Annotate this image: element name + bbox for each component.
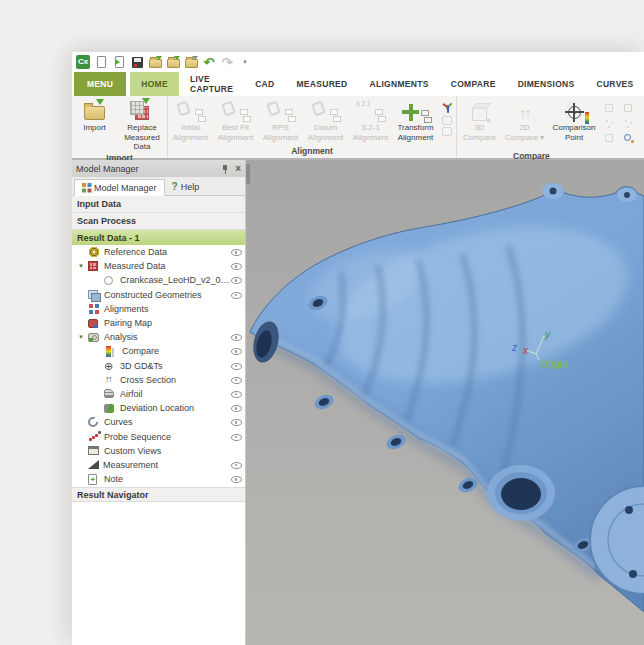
tab-curves[interactable]: CURVES xyxy=(585,72,644,96)
custom-views-icon xyxy=(88,446,99,455)
visibility-eye-icon[interactable] xyxy=(231,289,242,300)
tree-item-analysis[interactable]: ▼ Analysis xyxy=(72,330,245,344)
tab-menu[interactable]: MENU xyxy=(74,72,126,96)
tree-label: Measurement xyxy=(103,460,231,470)
lbl: Initial xyxy=(181,123,200,133)
transform-move-icon xyxy=(393,99,438,123)
visibility-eye-icon[interactable] xyxy=(231,417,242,428)
compare-mini-1[interactable] xyxy=(603,102,621,116)
tree-item-custom-views[interactable]: Custom Views xyxy=(72,444,245,458)
redo-icon: ↷ xyxy=(222,56,233,69)
alignment-mini-button-3[interactable] xyxy=(442,127,452,136)
replace-measured-data-button[interactable]: Replace Measured Data xyxy=(117,98,167,152)
tree-label: Cross Section xyxy=(120,375,231,385)
lbl: 2D xyxy=(519,123,529,133)
tree-item-cross-section[interactable]: Cross Section xyxy=(72,373,245,387)
lbl: Compare ▾ xyxy=(505,133,544,143)
tree-label: Note xyxy=(104,474,231,484)
coordinate-axes-mini-button[interactable] xyxy=(441,101,454,114)
visibility-eye-icon[interactable] xyxy=(231,459,242,470)
tree-item-deviation-location[interactable]: Deviation Location xyxy=(72,401,245,415)
visibility-eye-icon[interactable] xyxy=(231,332,242,343)
initial-alignment-icon xyxy=(168,99,213,123)
compare-mini-2[interactable] xyxy=(622,102,640,116)
321-alignment-button[interactable]: 3 2 1 3-2-1 Alignment xyxy=(348,98,393,145)
undo-button[interactable]: ↶ xyxy=(202,55,216,69)
export-folder-button[interactable] xyxy=(166,55,180,69)
initial-alignment-button[interactable]: Initial Alignment xyxy=(168,98,213,145)
tree-item-probe-sequence[interactable]: Probe Sequence xyxy=(72,429,245,443)
tree-item-reference-data[interactable]: Reference Data xyxy=(72,245,245,259)
tab-cad[interactable]: CAD xyxy=(244,72,285,96)
tree-item-compare[interactable]: Compare xyxy=(72,344,245,358)
tree-item-curves[interactable]: Curves xyxy=(72,415,245,429)
visibility-eye-icon[interactable] xyxy=(231,247,242,258)
open-folder-button[interactable] xyxy=(148,55,162,69)
tree-item-crankcase-mesh[interactable]: Crankcase_LeoHD_v2_0.3_... xyxy=(72,273,245,287)
tree-item-airfoil[interactable]: Airfoil xyxy=(72,387,245,401)
tree-item-3d-gdts[interactable]: 3D GD&Ts xyxy=(72,359,245,373)
visibility-eye-icon[interactable] xyxy=(231,403,242,414)
tree-item-alignments[interactable]: Alignments xyxy=(72,302,245,316)
section-scan-process[interactable]: Scan Process xyxy=(72,213,245,230)
comparison-point-button[interactable]: Comparison Point xyxy=(547,98,601,150)
compare-mini-3[interactable] xyxy=(603,117,621,131)
compare-mini-4[interactable] xyxy=(622,117,640,131)
visibility-eye-icon[interactable] xyxy=(231,374,242,385)
visibility-eye-icon[interactable] xyxy=(231,346,242,357)
import-button[interactable]: Import xyxy=(72,98,117,152)
app-window: Cx ↶ ↷ ▾ MENU HOME LIVE CAPTURE CAD MEAS… xyxy=(72,52,644,645)
undo-icon: ↶ xyxy=(204,56,215,69)
tree-item-note[interactable]: Note xyxy=(72,472,245,486)
tree-item-measured-data[interactable]: ▼ Measured Data xyxy=(72,259,245,273)
visibility-eye-icon[interactable] xyxy=(231,275,242,286)
tab-model-manager[interactable]: Model Manager xyxy=(74,179,165,196)
tree-item-measurement[interactable]: Measurement xyxy=(72,458,245,472)
alignment-mini-button-2[interactable] xyxy=(442,116,452,125)
expand-arrow-icon[interactable]: ▼ xyxy=(78,334,88,340)
best-fit-alignment-button[interactable]: Best Fit Alignment xyxy=(213,98,258,145)
tab-home[interactable]: HOME xyxy=(130,72,179,96)
lbl: Comparison xyxy=(552,123,595,133)
tab-help-label: Help xyxy=(181,182,200,192)
best-fit-alignment-icon xyxy=(213,99,258,123)
airfoil-icon xyxy=(104,389,114,398)
visibility-eye-icon[interactable] xyxy=(231,388,242,399)
tab-measured[interactable]: MEASURED xyxy=(285,72,358,96)
compare-mini-5[interactable] xyxy=(603,132,621,146)
import-file-button[interactable] xyxy=(112,55,126,69)
redo-button[interactable]: ↷ xyxy=(220,55,234,69)
note-icon xyxy=(88,474,97,485)
datum-alignment-button[interactable]: Datum Alignment xyxy=(303,98,348,145)
2d-compare-button[interactable]: ↑↑ 2D Compare ▾ xyxy=(502,98,547,150)
tab-help[interactable]: ? Help xyxy=(165,178,207,195)
visibility-eye-icon[interactable] xyxy=(231,474,242,485)
close-icon[interactable]: × xyxy=(235,164,241,174)
tab-compare[interactable]: COMPARE xyxy=(440,72,507,96)
tab-dimensions[interactable]: DIMENSIONS xyxy=(507,72,586,96)
panel-header: Model Manager × xyxy=(72,160,245,177)
package-folder-button[interactable] xyxy=(184,55,198,69)
splitter-handle[interactable] xyxy=(246,164,250,184)
3d-viewport[interactable]: y z x Origin xyxy=(246,160,644,645)
tab-live-capture[interactable]: LIVE CAPTURE xyxy=(179,72,244,96)
pin-icon[interactable] xyxy=(221,164,229,174)
quick-access-more-button[interactable]: ▾ xyxy=(238,55,252,69)
3d-compare-button[interactable]: 3D Compare xyxy=(457,98,502,150)
section-result-navigator[interactable]: Result Navigator xyxy=(72,487,245,502)
visibility-eye-icon[interactable] xyxy=(231,261,242,272)
new-document-button[interactable] xyxy=(94,55,108,69)
section-input-data[interactable]: Input Data xyxy=(72,196,245,213)
rps-alignment-button[interactable]: RPS Alignment xyxy=(258,98,303,145)
tree-item-constructed-geometries[interactable]: Constructed Geometries xyxy=(72,288,245,302)
expand-arrow-icon[interactable]: ▼ xyxy=(78,263,88,269)
visibility-eye-icon[interactable] xyxy=(231,360,242,371)
transform-alignment-button[interactable]: Transform Alignment xyxy=(393,98,438,145)
tree-item-pairing-map[interactable]: Pairing Map xyxy=(72,316,245,330)
lbl: Alignment xyxy=(218,133,254,143)
visibility-eye-icon[interactable] xyxy=(231,431,242,442)
compare-mini-6[interactable] xyxy=(622,132,640,146)
save-button[interactable] xyxy=(130,55,144,69)
tab-alignments[interactable]: ALIGNMENTS xyxy=(359,72,440,96)
section-result-data[interactable]: Result Data - 1 xyxy=(72,230,245,245)
